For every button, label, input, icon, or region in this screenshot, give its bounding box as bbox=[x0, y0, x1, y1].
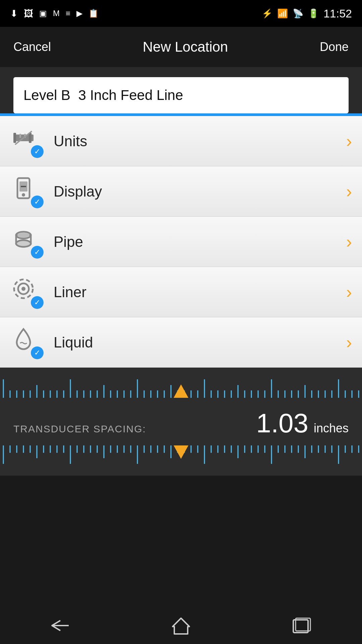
back-button[interactable] bbox=[44, 612, 77, 639]
bluetooth-icon: ⚡ bbox=[262, 8, 273, 19]
liner-icon-wrap: ✓ bbox=[10, 275, 44, 309]
list-icon: ≡ bbox=[66, 9, 70, 18]
pipe-check-badge: ✓ bbox=[31, 246, 44, 259]
clipboard-icon: 📋 bbox=[88, 9, 99, 18]
liquid-chevron-icon: › bbox=[346, 332, 352, 353]
pipe-icon-wrap: ✓ bbox=[10, 225, 44, 259]
ruler-arrow-down-icon bbox=[174, 445, 188, 459]
menu-item-pipe[interactable]: ✓ Pipe › bbox=[0, 217, 362, 267]
location-name-input[interactable] bbox=[13, 77, 349, 113]
svg-point-12 bbox=[16, 240, 31, 247]
flipboard-icon: ▣ bbox=[39, 9, 47, 18]
liquid-check-badge: ✓ bbox=[31, 346, 44, 359]
transducer-spacing-row: TRANSDUCER SPACING: 1.03 inches bbox=[0, 398, 362, 445]
menu-item-display[interactable]: ✓ Display › bbox=[0, 166, 362, 217]
liner-check-badge: ✓ bbox=[31, 296, 44, 309]
download-icon: ⬇ bbox=[10, 8, 18, 19]
pipe-label: Pipe bbox=[54, 233, 346, 250]
menu-item-units[interactable]: ✓ Units › bbox=[0, 116, 362, 166]
menu-item-liner[interactable]: ✓ Liner › bbox=[0, 267, 362, 317]
menu-list: ✓ Units › ✓ Display › ✓ bbox=[0, 116, 362, 368]
status-bar: ⬇ 🖼 ▣ M ≡ ▶ 📋 ⚡ 📶 📡 🔋 11:52 bbox=[0, 0, 362, 27]
recents-icon bbox=[292, 617, 312, 634]
units-chevron-icon: › bbox=[346, 131, 352, 151]
svg-point-8 bbox=[22, 193, 25, 197]
units-icon-wrap: ✓ bbox=[10, 124, 44, 158]
battery-icon: 🔋 bbox=[308, 8, 319, 19]
home-icon bbox=[171, 616, 191, 635]
image-icon: 🖼 bbox=[24, 8, 33, 19]
liquid-label: Liquid bbox=[54, 334, 346, 351]
back-icon bbox=[50, 619, 70, 632]
cancel-button[interactable]: Cancel bbox=[13, 40, 51, 54]
status-time: 11:52 bbox=[323, 7, 352, 20]
recents-button[interactable] bbox=[285, 612, 318, 639]
transducer-label: TRANSDUCER SPACING: bbox=[13, 423, 256, 435]
display-chevron-icon: › bbox=[346, 181, 352, 202]
gmail-icon: M bbox=[53, 9, 60, 18]
blue-divider bbox=[0, 113, 362, 116]
status-icons-right: ⚡ 📶 📡 🔋 11:52 bbox=[262, 7, 352, 20]
wifi-icon: 📶 bbox=[277, 8, 288, 19]
liquid-icon-wrap: ✓ bbox=[10, 326, 44, 359]
transducer-value: 1.03 bbox=[256, 408, 308, 439]
svg-rect-2 bbox=[19, 134, 21, 138]
svg-point-13 bbox=[17, 233, 29, 237]
svg-rect-1 bbox=[13, 133, 16, 143]
units-label: Units bbox=[54, 133, 346, 150]
menu-item-liquid[interactable]: ✓ Liquid › bbox=[0, 317, 362, 368]
pipe-chevron-icon: › bbox=[346, 232, 352, 252]
page-title: New Location bbox=[143, 39, 228, 55]
display-check-badge: ✓ bbox=[31, 196, 44, 208]
signal-icon: 📡 bbox=[293, 8, 303, 19]
ruler-bottom bbox=[0, 445, 362, 476]
units-check-badge: ✓ bbox=[31, 145, 44, 158]
display-label: Display bbox=[54, 183, 346, 200]
svg-point-16 bbox=[21, 287, 25, 291]
svg-rect-4 bbox=[29, 133, 32, 143]
top-bar: Cancel New Location Done bbox=[0, 27, 362, 67]
input-area bbox=[0, 67, 362, 113]
ruler-arrow-up-icon bbox=[174, 384, 188, 398]
display-icon-wrap: ✓ bbox=[10, 175, 44, 208]
ruler-top bbox=[0, 368, 362, 398]
liner-chevron-icon: › bbox=[346, 282, 352, 302]
liner-label: Liner bbox=[54, 284, 346, 301]
svg-marker-18 bbox=[173, 618, 189, 634]
bottom-nav bbox=[0, 607, 362, 644]
home-button[interactable] bbox=[164, 612, 198, 639]
transducer-unit: inches bbox=[314, 421, 349, 435]
status-icons-left: ⬇ 🖼 ▣ M ≡ ▶ 📋 bbox=[10, 8, 99, 19]
done-button[interactable]: Done bbox=[320, 40, 349, 54]
play-icon: ▶ bbox=[76, 9, 82, 18]
